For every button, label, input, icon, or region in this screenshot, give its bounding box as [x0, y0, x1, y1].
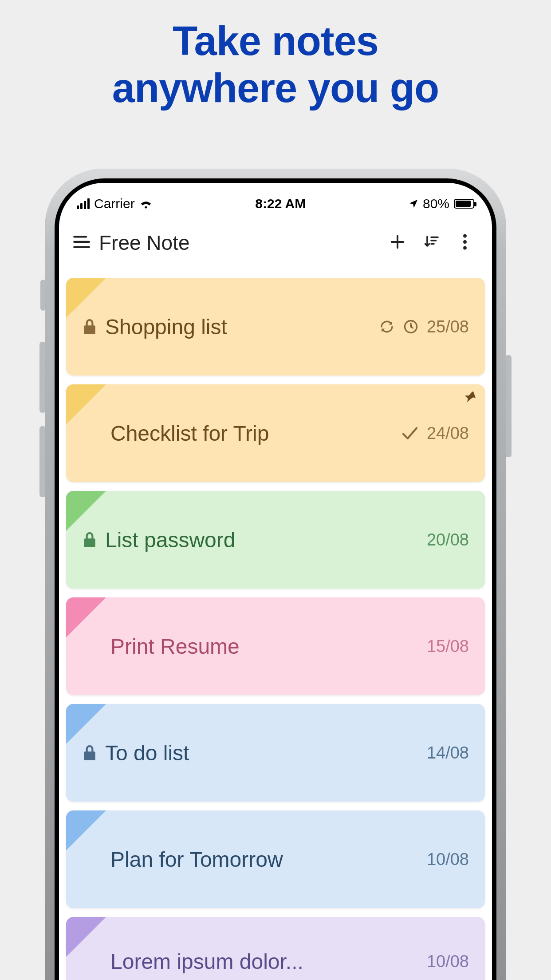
- status-bar: Carrier 8:22 AM 80%: [59, 189, 492, 218]
- note-title: Print Resume: [110, 634, 240, 659]
- note-right: 10/08: [427, 952, 469, 971]
- svg-point-0: [463, 234, 467, 237]
- headline-line2: anywhere you go: [0, 65, 551, 112]
- note-date: 24/08: [427, 424, 469, 443]
- notes-list: Shopping list25/08Checklist for Trip24/0…: [59, 267, 492, 980]
- phone-mockup: Carrier 8:22 AM 80%: [45, 169, 506, 980]
- app-bar: Free Note: [59, 218, 492, 267]
- note-fold-corner: [66, 704, 106, 744]
- note-left: To do list: [82, 741, 427, 765]
- menu-button[interactable]: [67, 228, 96, 257]
- lock-icon: [82, 318, 97, 336]
- note-card[interactable]: Plan for Tomorrow10/08: [66, 810, 485, 908]
- note-date: 20/08: [427, 530, 469, 549]
- note-fold-corner: [66, 384, 106, 424]
- note-title: List password: [105, 528, 235, 552]
- note-fold-corner: [66, 810, 106, 850]
- lock-icon: [82, 744, 97, 762]
- signal-icon: [77, 198, 90, 209]
- note-fold-corner: [66, 278, 106, 318]
- note-right: 20/08: [427, 530, 469, 549]
- note-right: 25/08: [379, 317, 469, 336]
- note-title: Plan for Tomorrow: [110, 847, 283, 872]
- note-right: 24/08: [401, 424, 469, 443]
- battery-icon: [454, 199, 474, 209]
- lock-icon: [82, 531, 97, 549]
- marketing-headline: Take notes anywhere you go: [0, 0, 551, 112]
- note-card[interactable]: Print Resume15/08: [66, 597, 485, 695]
- more-button[interactable]: [450, 228, 480, 257]
- svg-point-2: [463, 246, 467, 249]
- pin-icon: [462, 389, 477, 406]
- note-title: Lorem ipsum dolor...: [110, 949, 303, 974]
- battery-percent: 80%: [423, 196, 449, 211]
- app-title: Free Note: [99, 231, 383, 255]
- note-title: Shopping list: [105, 315, 227, 339]
- headline-line1: Take notes: [0, 18, 551, 65]
- note-date: 15/08: [427, 637, 469, 656]
- note-date: 10/08: [427, 850, 469, 869]
- location-icon: [409, 199, 418, 209]
- plus-icon: [389, 233, 406, 253]
- note-title: Checklist for Trip: [110, 421, 269, 446]
- note-right: 15/08: [427, 637, 469, 656]
- sort-button[interactable]: [417, 228, 446, 257]
- note-date: 10/08: [427, 952, 469, 971]
- note-right: 10/08: [427, 850, 469, 869]
- clock-icon: [403, 319, 419, 335]
- sync-icon: [379, 319, 395, 335]
- note-title: To do list: [105, 741, 189, 765]
- phone-power-button: [505, 355, 512, 457]
- note-left: List password: [82, 528, 427, 552]
- note-right: 14/08: [427, 743, 469, 763]
- carrier-label: Carrier: [94, 196, 135, 211]
- check-icon: [401, 426, 419, 441]
- note-date: 14/08: [427, 743, 469, 763]
- note-fold-corner: [66, 597, 106, 637]
- note-left: Plan for Tomorrow: [82, 847, 427, 872]
- svg-point-1: [463, 240, 467, 244]
- note-left: Print Resume: [82, 634, 427, 659]
- note-date: 25/08: [427, 317, 469, 336]
- note-fold-corner: [66, 917, 106, 957]
- sort-icon: [423, 234, 439, 252]
- add-note-button[interactable]: [383, 228, 412, 257]
- note-card[interactable]: Lorem ipsum dolor...10/08: [66, 917, 485, 980]
- hamburger-icon: [73, 235, 91, 250]
- more-vertical-icon: [463, 234, 467, 252]
- note-card[interactable]: List password20/08: [66, 491, 485, 589]
- note-fold-corner: [66, 491, 106, 531]
- wifi-icon: [139, 198, 153, 209]
- note-left: Checklist for Trip: [82, 421, 401, 446]
- note-card[interactable]: Shopping list25/08: [66, 278, 485, 375]
- note-card[interactable]: Checklist for Trip24/08: [66, 384, 485, 482]
- note-left: Lorem ipsum dolor...: [82, 949, 427, 974]
- note-left: Shopping list: [82, 315, 379, 339]
- status-time: 8:22 AM: [153, 196, 409, 211]
- note-card[interactable]: To do list14/08: [66, 704, 485, 802]
